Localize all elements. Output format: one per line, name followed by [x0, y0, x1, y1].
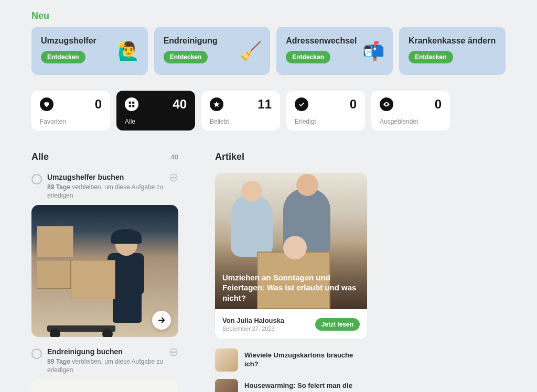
promo-card-krankenkasse[interactable]: Krankenkasse ändern Entdecken [399, 27, 506, 75]
filter-count: 11 [257, 97, 272, 112]
grid-icon [125, 97, 138, 111]
article-date: September 27, 2023 [222, 325, 284, 332]
discover-pill[interactable]: Entdecken [286, 51, 330, 63]
svg-point-7 [175, 177, 176, 178]
discover-pill[interactable]: Entdecken [164, 51, 208, 63]
task-item[interactable]: Endreinigung buchen 89 Tage verbleiben, … [31, 347, 178, 374]
filter-beliebt[interactable]: 11 Beliebt [201, 91, 280, 130]
filter-count: 40 [173, 97, 187, 112]
featured-article[interactable]: Umziehen an Sonntagen und Feiertagen: Wa… [215, 173, 367, 339]
person-icon: 🙋‍♂️ [117, 42, 139, 60]
svg-point-9 [171, 352, 173, 353]
svg-point-6 [173, 177, 174, 178]
discover-pill[interactable]: Entdecken [409, 51, 453, 63]
svg-rect-1 [132, 102, 134, 104]
task-title: Umzugshelfer buchen [47, 173, 164, 181]
article-title: Umziehen an Sonntagen und Feiertagen: Wa… [222, 273, 360, 303]
svg-rect-3 [132, 105, 134, 107]
task-item[interactable]: Umzugshelfer buchen 89 Tage verbleiben, … [31, 173, 178, 200]
filter-row: 0 Favoriten 40 Alle 11 Beliebt 0 Erledig… [31, 91, 506, 130]
more-icon[interactable] [169, 173, 178, 200]
article-image: Umziehen an Sonntagen und Feiertagen: Wa… [215, 173, 367, 309]
promo-card-adressenwechsel[interactable]: Adressenwechsel Entdecken 📬 [276, 27, 393, 75]
check-icon [295, 97, 308, 111]
more-icon[interactable] [169, 347, 178, 374]
article-item[interactable]: Housewarming: So feiert man die neue Woh… [215, 379, 367, 392]
svg-point-11 [175, 352, 176, 353]
filter-ausgeblendet[interactable]: 0 Ausgeblendet [371, 91, 450, 130]
filter-erledigt[interactable]: 0 Erledigt [286, 91, 365, 130]
filter-label: Alle [125, 118, 187, 125]
promo-row: Umzugshelfer Entdecken 🙋‍♂️ Endreinigung… [31, 27, 506, 75]
mailbox-icon: 📬 [362, 42, 384, 60]
tasks-count: 40 [171, 153, 178, 161]
svg-point-5 [171, 177, 173, 178]
promo-card-umzugshelfer[interactable]: Umzugshelfer Entdecken 🙋‍♂️ [31, 27, 148, 75]
filter-count: 0 [95, 97, 102, 112]
article-item[interactable]: Wieviele Umzugskartons brauche ich? [215, 349, 367, 372]
article-title: Housewarming: So feiert man die neue Woh… [244, 382, 367, 392]
filter-favoriten[interactable]: 0 Favoriten [31, 91, 110, 130]
promo-title: Krankenkasse ändern [409, 36, 496, 46]
task-image[interactable] [31, 379, 178, 392]
tasks-column: Alle 40 Umzugshelfer buchen 89 Tage verb… [31, 151, 178, 392]
eye-icon [380, 97, 393, 111]
svg-rect-2 [129, 105, 131, 107]
filter-label: Erledigt [295, 118, 357, 125]
discover-pill[interactable]: Entdecken [41, 51, 85, 63]
article-author: Von Julia Halouska [222, 317, 284, 324]
article-thumb [215, 379, 238, 392]
articles-column: Artikel Umziehen an Sonntagen und Feiert… [215, 151, 367, 392]
task-checkbox[interactable] [31, 174, 42, 184]
task-image[interactable] [31, 205, 178, 337]
article-thumb [215, 349, 238, 372]
filter-alle[interactable]: 40 Alle [116, 91, 195, 130]
broom-icon: 🧹 [240, 42, 262, 60]
heart-icon [40, 97, 53, 111]
task-subtitle: 89 Tage verbleiben, um diese Aufgabe zu … [47, 358, 164, 374]
filter-count: 0 [435, 97, 442, 112]
filter-count: 0 [350, 97, 357, 112]
promo-card-endreinigung[interactable]: Endreinigung Entdecken 🧹 [154, 27, 271, 75]
read-now-button[interactable]: Jetzt lesen [315, 318, 360, 331]
arrow-right-icon[interactable] [152, 311, 171, 330]
filter-label: Favoriten [40, 118, 102, 125]
filter-label: Beliebt [210, 118, 272, 125]
section-title-neu: Neu [31, 10, 506, 21]
task-checkbox[interactable] [31, 349, 42, 359]
star-icon [210, 97, 223, 111]
task-subtitle: 89 Tage verbleiben, um diese Aufgabe zu … [47, 183, 164, 200]
task-title: Endreinigung buchen [47, 347, 164, 356]
svg-rect-0 [129, 102, 131, 104]
filter-label: Ausgeblendet [380, 118, 442, 125]
article-title: Wieviele Umzugskartons brauche ich? [244, 351, 367, 369]
svg-point-10 [173, 352, 174, 353]
tasks-header: Alle [31, 151, 49, 162]
articles-header: Artikel [215, 151, 244, 162]
